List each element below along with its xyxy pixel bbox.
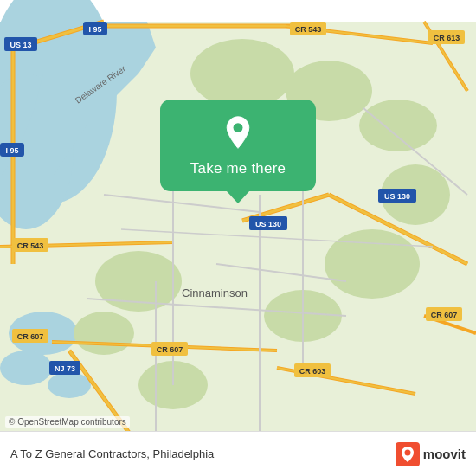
svg-point-13 [325, 229, 420, 299]
take-me-there-button[interactable]: Take me there [190, 160, 286, 177]
svg-text:CR 607: CR 607 [17, 332, 44, 341]
svg-point-80 [404, 449, 410, 455]
svg-text:I 95: I 95 [88, 25, 101, 34]
svg-text:CR 543: CR 543 [295, 25, 322, 34]
svg-point-7 [0, 351, 52, 385]
location-label: A To Z General Contractors, Philadelphia [10, 447, 214, 460]
svg-text:CR 543: CR 543 [17, 241, 44, 250]
svg-text:US 130: US 130 [255, 220, 281, 228]
svg-text:CR 607: CR 607 [431, 311, 458, 319]
svg-point-16 [74, 312, 134, 355]
svg-text:I 95: I 95 [5, 146, 18, 155]
moovit-logo: moovit [396, 442, 466, 466]
svg-point-11 [359, 100, 437, 151]
svg-point-78 [234, 123, 243, 132]
svg-text:CR 603: CR 603 [299, 367, 326, 376]
svg-point-9 [190, 39, 294, 108]
svg-text:Cinnaminson: Cinnaminson [182, 286, 248, 299]
svg-text:CR 613: CR 613 [434, 34, 460, 42]
svg-text:US 130: US 130 [384, 192, 410, 201]
bottom-bar: A To Z General Contractors, Philadelphia… [0, 431, 476, 476]
osm-attribution: © OpenStreetMap contributors [5, 416, 130, 428]
svg-text:US 13: US 13 [10, 41, 31, 49]
moovit-brand-icon [396, 442, 420, 466]
svg-point-8 [48, 372, 91, 398]
svg-text:CR 607: CR 607 [157, 345, 183, 354]
popup-card: Take me there [160, 100, 316, 191]
svg-text:NJ 73: NJ 73 [55, 364, 75, 373]
location-pin-icon [220, 115, 256, 151]
map-background: Delaware River US 13 I 95 I 95 CR 543 CR… [0, 0, 476, 476]
map-container: Delaware River US 13 I 95 I 95 CR 543 CR… [0, 0, 476, 476]
moovit-wordmark: moovit [423, 447, 466, 461]
